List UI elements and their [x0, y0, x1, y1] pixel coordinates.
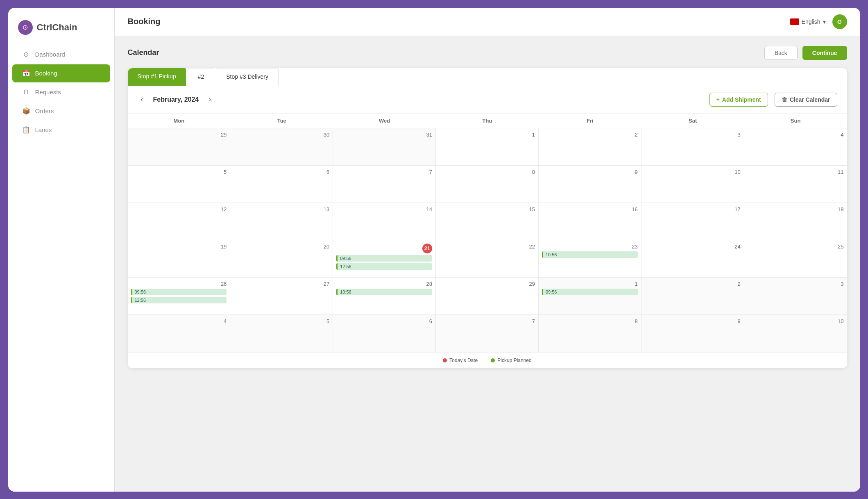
sidebar-item-lanes[interactable]: 📋 Lanes	[12, 121, 110, 139]
cal-cell[interactable]: 1	[436, 128, 539, 165]
legend-label-red: Today's Date	[449, 358, 478, 363]
cal-cell[interactable]: 29	[128, 128, 231, 165]
tab-stop2[interactable]: #2	[188, 68, 215, 86]
cal-date-number: 6	[233, 169, 329, 175]
cal-cell[interactable]: 2310:56	[539, 240, 641, 277]
days-header: MonTueWedThuFriSatSun	[128, 114, 847, 128]
cal-date-number: 8	[439, 169, 535, 175]
cal-cell[interactable]: 5	[230, 315, 333, 352]
cal-cell[interactable]: 31	[333, 128, 436, 165]
cal-date-number: 2	[645, 281, 741, 287]
cal-cell[interactable]: 16	[539, 203, 641, 240]
cal-event[interactable]: 09:56	[336, 255, 432, 262]
tab-stop1[interactable]: Stop #1 Pickup	[128, 68, 186, 86]
cal-cell[interactable]: 30	[230, 128, 333, 165]
week-row-1: 567891011	[128, 166, 847, 203]
cal-cell[interactable]: 27	[230, 278, 333, 314]
week-row-3: 19202109:5612:56222310:562425	[128, 240, 847, 278]
cal-cell[interactable]: 109:56	[539, 278, 641, 314]
cal-date-number: 6	[336, 318, 432, 324]
cal-cell[interactable]: 8	[539, 315, 641, 352]
back-button[interactable]: Back	[764, 46, 798, 60]
continue-button[interactable]: Continue	[802, 46, 847, 60]
cal-cell[interactable]: 6	[333, 315, 436, 352]
cal-date-number: 4	[748, 132, 844, 138]
cal-cell[interactable]: 13	[230, 203, 333, 240]
cal-cell[interactable]: 9	[539, 166, 641, 203]
cal-cell[interactable]: 8	[436, 166, 539, 203]
cal-cell[interactable]: 17	[641, 203, 744, 240]
cal-cell[interactable]: 19	[128, 240, 231, 277]
cal-cell[interactable]: 2810:56	[333, 278, 436, 314]
cal-date-number: 5	[233, 318, 329, 324]
cal-event[interactable]: 10:56	[542, 251, 638, 258]
cal-date-number: 11	[748, 169, 844, 175]
cal-cell[interactable]: 29	[436, 278, 539, 314]
tab-stop3[interactable]: Stop #3 Delivery	[216, 68, 279, 86]
cal-date-number: 14	[336, 206, 432, 212]
cal-cell[interactable]: 2	[539, 128, 641, 165]
add-shipment-button[interactable]: + Add Shipment	[709, 93, 768, 107]
cal-cell[interactable]: 7	[436, 315, 539, 352]
logo-icon: ⊙	[18, 20, 33, 35]
day-name-tue: Tue	[230, 114, 333, 128]
cal-cell[interactable]: 3	[641, 128, 744, 165]
cal-cell[interactable]: 24	[641, 240, 744, 277]
cal-event[interactable]: 09:56	[542, 289, 638, 295]
cal-date-number: 29	[439, 281, 535, 287]
cal-weeks: 2930311234567891011121314151617181920210…	[128, 128, 847, 352]
cal-date-number: 16	[542, 206, 638, 212]
cal-cell[interactable]: 10	[744, 315, 847, 352]
cal-cell[interactable]: 14	[333, 203, 436, 240]
cal-date-number: 29	[131, 132, 227, 138]
clear-calendar-button[interactable]: 🗑 Clear Calendar	[775, 93, 837, 107]
logo-text: CtrlChain	[37, 22, 77, 33]
cal-event[interactable]: 12:56	[131, 297, 227, 303]
cal-cell[interactable]: 3	[744, 278, 847, 314]
cal-cell[interactable]: 20	[230, 240, 333, 277]
cal-cell[interactable]: 15	[436, 203, 539, 240]
cal-cell[interactable]: 2609:5612:56	[128, 278, 231, 314]
cal-cell[interactable]: 22	[436, 240, 539, 277]
cal-cell[interactable]: 2109:5612:56	[333, 240, 436, 277]
cal-cell[interactable]: 11	[744, 166, 847, 203]
lanes-icon: 📋	[22, 126, 30, 134]
section-title: Calendar	[128, 48, 159, 57]
cal-event[interactable]: 10:56	[336, 289, 432, 295]
cal-date-number: 13	[233, 206, 329, 212]
cal-date-number: 9	[542, 169, 638, 175]
calendar-card: Stop #1 Pickup#2Stop #3 Delivery ‹ Febru…	[128, 68, 847, 368]
cal-date-number: 9	[645, 318, 741, 324]
cal-actions: + Add Shipment 🗑 Clear Calendar	[709, 93, 837, 107]
legend-dot-green	[491, 358, 495, 362]
cal-cell[interactable]: 4	[128, 315, 231, 352]
sidebar-item-booking[interactable]: 📅 Booking	[12, 64, 110, 82]
cal-cell[interactable]: 9	[641, 315, 744, 352]
cal-cell[interactable]: 5	[128, 166, 231, 203]
legend-item-green: Pickup Planned	[491, 358, 531, 363]
cal-date-number: 3	[645, 132, 741, 138]
cal-event[interactable]: 09:56	[131, 289, 227, 295]
sidebar-item-orders[interactable]: 📦 Orders	[12, 102, 110, 120]
calendar-grid: MonTueWedThuFriSatSun 293031123456789101…	[128, 114, 847, 352]
prev-month-button[interactable]: ‹	[138, 93, 147, 105]
sidebar: ⊙ CtrlChain ⊙ Dashboard 📅 Booking 🗒 Requ…	[8, 8, 115, 492]
cal-cell[interactable]: 2	[641, 278, 744, 314]
sidebar-item-requests[interactable]: 🗒 Requests	[12, 83, 110, 101]
next-month-button[interactable]: ›	[205, 93, 214, 105]
cal-cell[interactable]: 25	[744, 240, 847, 277]
user-avatar[interactable]: G	[832, 14, 847, 29]
topbar: Booking English ▾ G	[115, 8, 860, 36]
cal-cell[interactable]: 7	[333, 166, 436, 203]
cal-cell[interactable]: 6	[230, 166, 333, 203]
cal-cell[interactable]: 10	[641, 166, 744, 203]
cal-date-number: 17	[645, 206, 741, 212]
cal-cell[interactable]: 4	[744, 128, 847, 165]
sidebar-item-dashboard[interactable]: ⊙ Dashboard	[12, 46, 110, 64]
lang-selector[interactable]: English ▾	[790, 18, 826, 25]
cal-cell[interactable]: 12	[128, 203, 231, 240]
cal-cell[interactable]: 18	[744, 203, 847, 240]
chevron-down-icon: ▾	[823, 18, 826, 25]
day-name-mon: Mon	[128, 114, 231, 128]
cal-event[interactable]: 12:56	[336, 263, 432, 270]
